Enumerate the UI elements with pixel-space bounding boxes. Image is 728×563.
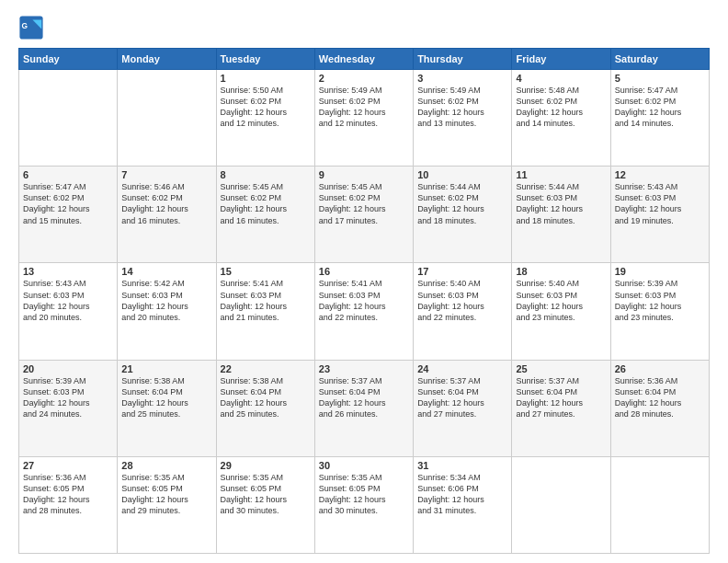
calendar-week-5: 27Sunrise: 5:36 AM Sunset: 6:05 PM Dayli… [19,456,710,553]
day-number: 25 [516,363,606,374]
day-info: Sunrise: 5:37 AM Sunset: 6:04 PM Dayligh… [319,375,409,420]
day-info: Sunrise: 5:44 AM Sunset: 6:03 PM Dayligh… [516,181,606,226]
day-info: Sunrise: 5:43 AM Sunset: 6:03 PM Dayligh… [23,278,113,323]
calendar-week-3: 13Sunrise: 5:43 AM Sunset: 6:03 PM Dayli… [19,263,710,360]
day-header-monday: Monday [118,49,216,70]
day-number: 24 [417,363,507,374]
day-info: Sunrise: 5:45 AM Sunset: 6:02 PM Dayligh… [221,181,311,226]
day-number: 6 [23,169,113,180]
day-number: 23 [319,363,409,374]
day-number: 22 [221,363,311,374]
calendar-cell: 7Sunrise: 5:46 AM Sunset: 6:02 PM Daylig… [118,167,216,263]
calendar-week-4: 20Sunrise: 5:39 AM Sunset: 6:03 PM Dayli… [19,360,710,456]
day-info: Sunrise: 5:39 AM Sunset: 6:03 PM Dayligh… [615,278,705,323]
calendar-cell: 10Sunrise: 5:44 AM Sunset: 6:02 PM Dayli… [414,167,512,263]
calendar-cell: 29Sunrise: 5:35 AM Sunset: 6:05 PM Dayli… [216,456,314,553]
day-info: Sunrise: 5:38 AM Sunset: 6:04 PM Dayligh… [221,375,311,420]
day-info: Sunrise: 5:46 AM Sunset: 6:02 PM Dayligh… [121,181,211,226]
day-info: Sunrise: 5:42 AM Sunset: 6:03 PM Dayligh… [121,278,211,323]
day-number: 8 [221,169,311,180]
day-info: Sunrise: 5:45 AM Sunset: 6:02 PM Dayligh… [319,181,409,226]
calendar-cell: 17Sunrise: 5:40 AM Sunset: 6:03 PM Dayli… [414,263,512,360]
calendar-week-2: 6Sunrise: 5:47 AM Sunset: 6:02 PM Daylig… [19,167,710,263]
calendar-cell: 20Sunrise: 5:39 AM Sunset: 6:03 PM Dayli… [19,360,118,456]
day-info: Sunrise: 5:47 AM Sunset: 6:02 PM Dayligh… [23,181,113,226]
calendar-cell: 9Sunrise: 5:45 AM Sunset: 6:02 PM Daylig… [314,167,413,263]
calendar-cell: 3Sunrise: 5:49 AM Sunset: 6:02 PM Daylig… [414,70,512,167]
calendar-header-row: SundayMondayTuesdayWednesdayThursdayFrid… [19,49,710,70]
day-info: Sunrise: 5:49 AM Sunset: 6:02 PM Dayligh… [319,85,409,130]
day-number: 9 [319,169,409,180]
day-number: 21 [121,363,211,374]
calendar-cell: 19Sunrise: 5:39 AM Sunset: 6:03 PM Dayli… [610,263,709,360]
day-number: 1 [221,73,311,84]
day-number: 18 [516,266,606,277]
calendar-cell: 16Sunrise: 5:41 AM Sunset: 6:03 PM Dayli… [314,263,413,360]
day-header-friday: Friday [512,49,610,70]
day-number: 14 [121,266,211,277]
calendar-cell: 1Sunrise: 5:50 AM Sunset: 6:02 PM Daylig… [216,70,314,167]
calendar-cell: 24Sunrise: 5:37 AM Sunset: 6:04 PM Dayli… [414,360,512,456]
day-number: 4 [516,73,606,84]
day-info: Sunrise: 5:39 AM Sunset: 6:03 PM Dayligh… [23,375,113,420]
day-info: Sunrise: 5:37 AM Sunset: 6:04 PM Dayligh… [417,375,507,420]
day-info: Sunrise: 5:44 AM Sunset: 6:02 PM Dayligh… [417,181,507,226]
day-number: 27 [23,460,113,471]
day-number: 29 [221,460,311,471]
calendar-cell: 2Sunrise: 5:49 AM Sunset: 6:02 PM Daylig… [314,70,413,167]
day-info: Sunrise: 5:36 AM Sunset: 6:04 PM Dayligh… [615,375,705,420]
day-number: 11 [516,169,606,180]
day-header-thursday: Thursday [414,49,512,70]
calendar-cell: 11Sunrise: 5:44 AM Sunset: 6:03 PM Dayli… [512,167,610,263]
calendar-cell: 25Sunrise: 5:37 AM Sunset: 6:04 PM Dayli… [512,360,610,456]
day-header-saturday: Saturday [610,49,709,70]
day-number: 3 [417,73,507,84]
day-info: Sunrise: 5:35 AM Sunset: 6:05 PM Dayligh… [221,472,311,517]
calendar-cell [610,456,709,553]
day-number: 2 [319,73,409,84]
calendar-cell [19,70,118,167]
calendar-cell: 6Sunrise: 5:47 AM Sunset: 6:02 PM Daylig… [19,167,118,263]
calendar-cell: 30Sunrise: 5:35 AM Sunset: 6:05 PM Dayli… [314,456,413,553]
day-number: 16 [319,266,409,277]
day-info: Sunrise: 5:41 AM Sunset: 6:03 PM Dayligh… [221,278,311,323]
day-info: Sunrise: 5:50 AM Sunset: 6:02 PM Dayligh… [221,85,311,130]
day-number: 7 [121,169,211,180]
day-info: Sunrise: 5:47 AM Sunset: 6:02 PM Dayligh… [615,85,705,130]
day-info: Sunrise: 5:40 AM Sunset: 6:03 PM Dayligh… [516,278,606,323]
day-number: 15 [221,266,311,277]
calendar-cell: 4Sunrise: 5:48 AM Sunset: 6:02 PM Daylig… [512,70,610,167]
day-info: Sunrise: 5:49 AM Sunset: 6:02 PM Dayligh… [417,85,507,130]
calendar-cell: 22Sunrise: 5:38 AM Sunset: 6:04 PM Dayli… [216,360,314,456]
day-number: 12 [615,169,705,180]
calendar-cell: 31Sunrise: 5:34 AM Sunset: 6:06 PM Dayli… [414,456,512,553]
day-number: 28 [121,460,211,471]
logo: G [18,15,48,40]
calendar-week-1: 1Sunrise: 5:50 AM Sunset: 6:02 PM Daylig… [19,70,710,167]
calendar-cell: 23Sunrise: 5:37 AM Sunset: 6:04 PM Dayli… [314,360,413,456]
calendar-cell: 21Sunrise: 5:38 AM Sunset: 6:04 PM Dayli… [118,360,216,456]
day-number: 17 [417,266,507,277]
day-number: 5 [615,73,705,84]
calendar-cell: 28Sunrise: 5:35 AM Sunset: 6:05 PM Dayli… [118,456,216,553]
page: G SundayMondayTuesdayWednesdayThursdayFr… [0,0,728,563]
calendar-cell [118,70,216,167]
day-header-tuesday: Tuesday [216,49,314,70]
day-header-sunday: Sunday [19,49,118,70]
calendar-cell: 13Sunrise: 5:43 AM Sunset: 6:03 PM Dayli… [19,263,118,360]
day-info: Sunrise: 5:34 AM Sunset: 6:06 PM Dayligh… [417,472,507,517]
day-number: 31 [417,460,507,471]
day-info: Sunrise: 5:35 AM Sunset: 6:05 PM Dayligh… [121,472,211,517]
day-info: Sunrise: 5:40 AM Sunset: 6:03 PM Dayligh… [417,278,507,323]
day-number: 19 [615,266,705,277]
calendar-cell: 18Sunrise: 5:40 AM Sunset: 6:03 PM Dayli… [512,263,610,360]
calendar-cell: 5Sunrise: 5:47 AM Sunset: 6:02 PM Daylig… [610,70,709,167]
day-info: Sunrise: 5:38 AM Sunset: 6:04 PM Dayligh… [121,375,211,420]
day-number: 30 [319,460,409,471]
day-number: 13 [23,266,113,277]
day-info: Sunrise: 5:41 AM Sunset: 6:03 PM Dayligh… [319,278,409,323]
general-blue-icon: G [18,15,44,40]
calendar-table: SundayMondayTuesdayWednesdayThursdayFrid… [18,48,710,554]
day-info: Sunrise: 5:43 AM Sunset: 6:03 PM Dayligh… [615,181,705,226]
day-header-wednesday: Wednesday [314,49,413,70]
